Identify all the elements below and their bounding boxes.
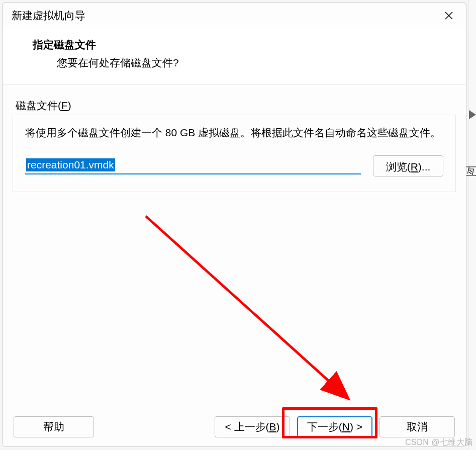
file-input-row: recreation01.vmdk 浏览(R)... bbox=[25, 155, 443, 176]
help-button[interactable]: 帮助 bbox=[14, 416, 94, 437]
disk-file-input[interactable]: recreation01.vmdk bbox=[25, 157, 361, 174]
watermark: CSDN @七维大脑 bbox=[405, 437, 473, 448]
next-button-mnemonic: N bbox=[342, 421, 350, 432]
cancel-button[interactable]: 取消 bbox=[379, 416, 455, 437]
background-arrow-fragment bbox=[469, 108, 476, 121]
titlebar: 新建虚拟机向导 bbox=[3, 3, 466, 28]
disk-file-fieldset: 将使用多个磁盘文件创建一个 80 GB 虚拟磁盘。将根据此文件名自动命名这些磁盘… bbox=[13, 115, 456, 192]
back-button-suffix: ) bbox=[276, 421, 280, 432]
background-sliver bbox=[468, 0, 476, 450]
background-text-fragment: 亙 bbox=[465, 164, 476, 179]
next-button-prefix: 下一步( bbox=[307, 421, 342, 432]
group-label-text: 磁盘文件( bbox=[16, 100, 61, 111]
browse-button[interactable]: 浏览(R)... bbox=[373, 155, 443, 176]
back-button-prefix: < 上一步( bbox=[225, 421, 269, 432]
wizard-dialog: 新建虚拟机向导 指定磁盘文件 您要在何处存储磁盘文件? 磁盘文件(F) 将使用多… bbox=[2, 2, 466, 447]
next-button-suffix: ) > bbox=[350, 421, 362, 432]
dialog-title: 新建虚拟机向导 bbox=[12, 9, 85, 23]
wizard-step-subtitle: 您要在何处存储磁盘文件? bbox=[57, 56, 442, 70]
next-button[interactable]: 下一步(N) > bbox=[297, 416, 372, 437]
disk-file-description: 将使用多个磁盘文件创建一个 80 GB 虚拟磁盘。将根据此文件名自动命名这些磁盘… bbox=[25, 124, 443, 141]
wizard-header: 指定磁盘文件 您要在何处存储磁盘文件? bbox=[3, 28, 466, 84]
wizard-footer: 帮助 < 上一步(B) 下一步(N) > 取消 bbox=[3, 408, 466, 446]
group-label-mnemonic: F bbox=[61, 100, 68, 111]
close-button[interactable] bbox=[441, 8, 457, 24]
disk-file-input-selection: recreation01.vmdk bbox=[26, 158, 115, 171]
group-label-suffix: ) bbox=[68, 100, 71, 111]
close-icon bbox=[444, 11, 454, 21]
wizard-step-title: 指定磁盘文件 bbox=[33, 38, 442, 52]
disk-file-group-label: 磁盘文件(F) bbox=[16, 99, 456, 113]
back-button[interactable]: < 上一步(B) bbox=[215, 416, 290, 437]
browse-button-suffix: )... bbox=[418, 161, 431, 172]
back-button-mnemonic: B bbox=[269, 421, 276, 432]
wizard-content: 磁盘文件(F) 将使用多个磁盘文件创建一个 80 GB 虚拟磁盘。将根据此文件名… bbox=[3, 84, 466, 408]
browse-button-mnemonic: R bbox=[411, 161, 418, 172]
browse-button-prefix: 浏览( bbox=[386, 161, 411, 172]
